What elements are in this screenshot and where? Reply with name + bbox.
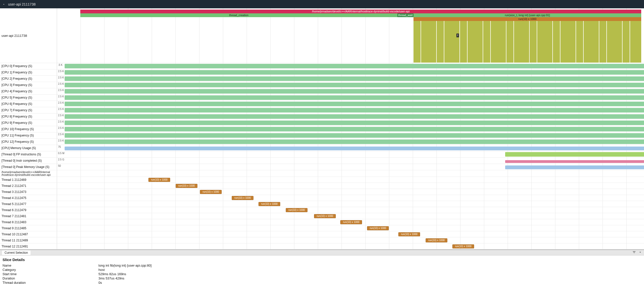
counter-track[interactable]: [CPU 9] Frequency (S)2.5 K [0,120,644,126]
thread-track[interactable]: Thread 2 2112471run(10) x 1000 [0,183,644,189]
thread-timeline[interactable]: run(10) x 1000 [57,219,644,225]
thread-bar[interactable]: run(10) x 1000 [426,238,447,242]
counter-timeline[interactable]: 2.5 K [57,126,644,132]
counter-value: 2.5 K [58,76,64,79]
counter-timeline[interactable]: 75 [57,145,644,151]
counter-timeline[interactable]: 2.5 K [57,69,644,75]
thread-bar[interactable]: run(10) x 1000 [259,202,280,206]
counter-fill [65,114,644,119]
thread-track[interactable]: Thread 1 2112469run(10) x 1000 [0,177,644,183]
details-value: long int fib(long int) [user-api.cpp:80] [98,264,151,267]
path-header-row: /home/jrmadsen/devel/c++/AARInternal /ho… [0,170,644,177]
counter-track[interactable]: [CPU 11] Frequency (S)2.5 K [0,132,644,139]
counter-timeline[interactable]: 2.5 G [57,158,644,164]
counter-track[interactable]: [CPU 4] Frequency (S)2.5 K [0,88,644,95]
flame-thread-creation[interactable]: thread_creation [80,13,397,17]
thread-bar[interactable]: run(10) x 1000 [340,220,362,224]
counter-timeline[interactable]: 2.5 K [57,113,644,120]
counter-timeline[interactable]: 50 [57,164,644,170]
expand-icon[interactable] [638,250,642,255]
thread-bar[interactable]: run(10) x 1000 [176,184,197,188]
thread-track[interactable]: Thread 8 2112483run(10) x 1000 [0,219,644,225]
thread-tracks: Thread 1 2112469run(10) x 1000Thread 2 2… [0,177,644,249]
thread-track[interactable]: Thread 6 2112479run(10) x 1000 [0,207,644,213]
counter-track[interactable]: [CPU 8] Frequency (S)2.5 K [0,113,644,120]
thread-timeline[interactable]: run(10) x 1000 [57,183,644,189]
thread-timeline[interactable]: run(10) x 1000 [57,201,644,207]
counter-track[interactable]: [CPU 5] Frequency (S)2.5 K [0,95,644,101]
counter-timeline[interactable]: 2.5 K [57,120,644,126]
counter-label: [CPU 12] Frequency (S) [0,139,57,145]
thread-timeline[interactable]: run(10) x 1000 [57,225,644,231]
thread-track[interactable]: Thread 11 2112489run(10) x 1000 [0,237,644,243]
thread-track[interactable]: Thread 10 2112487run(10) x 1000 [0,231,644,237]
counter-timeline[interactable]: 0.5 M [57,151,644,157]
thread-track[interactable]: Thread 7 2112481run(10) x 1000 [0,213,644,219]
counter-timeline[interactable]: .5 K [57,63,644,69]
counter-track[interactable]: [CPU 2] Frequency (S)2.5 K [0,76,644,82]
thread-timeline[interactable]: run(10) x 1000 [57,231,644,237]
counter-track[interactable]: [CPU 3] Frequency (S)2.5 K [0,82,644,88]
thread-track[interactable]: Thread 12 2112491run(10) x 1000 [0,243,644,249]
counter-track[interactable]: [CPU 1] Frequency (S)2.5 K [0,69,644,76]
counter-track[interactable]: [Thread 0] FP instructions (S)0.5 M [0,151,644,158]
counter-track[interactable]: [CPU] Memory Usage (S)75 [0,145,644,151]
flame-run-loop[interactable]: run(10) x 1000 [414,17,641,21]
counter-track[interactable]: [Thread 0] Peak Memory Usage (S)50 [0,164,644,170]
counter-track[interactable]: [CPU 6] Frequency (S)2.5 K [0,101,644,107]
counter-fill [65,70,644,75]
counter-track[interactable]: [CPU 7] Frequency (S)2.5 K [0,107,644,113]
flame-root-path[interactable]: /home/jrmadsen/devel/c++/AARInternal/hos… [80,10,641,13]
counter-timeline[interactable]: 2.5 K [57,132,644,138]
thread-track[interactable]: Thread 3 2112473run(10) x 1000 [0,189,644,195]
thread-label: Thread 10 2112487 [0,231,57,237]
thread-bar[interactable]: run(10) x 1000 [148,178,170,182]
current-selection-tab[interactable]: Current Selection [2,250,31,255]
thread-label: Thread 2 2112471 [0,183,57,189]
collapse-icon[interactable] [2,3,6,6]
flame-fib-marker[interactable]: f [456,34,459,37]
counter-track[interactable]: [CPU 0] Frequency (S).5 K [0,63,644,69]
counter-timeline[interactable]: 2.5 K [57,101,644,107]
counter-timeline[interactable]: 2.5 K [57,88,644,94]
thread-bar[interactable]: run(10) x 1000 [367,226,389,230]
filter-icon[interactable] [632,250,636,255]
details-key: Start time [3,272,98,276]
details-value: 0s [98,281,102,284]
flame-run-call[interactable]: run(size_t, long int) [user-api.cpp:91] [414,13,641,17]
thread-timeline[interactable]: run(10) x 1000 [57,207,644,213]
thread-track[interactable]: Thread 5 2112477run(10) x 1000 [0,201,644,207]
counter-timeline[interactable]: 2.5 K [57,82,644,88]
thread-track[interactable]: Thread 4 2112475run(10) x 1000 [0,195,644,201]
flame-fib-block[interactable] [414,21,641,63]
counter-label: [CPU 0] Frequency (S) [0,63,57,69]
thread-timeline[interactable]: run(10) x 1000 [57,237,644,243]
counter-track[interactable]: [Thread 0] Instr completed (S)2.5 G [0,158,644,164]
flame-timeline[interactable]: /home/jrmadsen/devel/c++/AARInternal/hos… [57,8,644,63]
counter-timeline[interactable]: 2.5 K [57,95,644,101]
counter-track[interactable]: [CPU 12] Frequency (S)2.5 K [0,139,644,145]
counter-label: [CPU 9] Frequency (S) [0,120,57,126]
thread-timeline[interactable]: run(10) x 1000 [57,189,644,195]
counter-timeline[interactable]: 2.5 K [57,107,644,113]
thread-timeline[interactable]: run(10) x 1000 [57,213,644,219]
thread-bar[interactable]: run(10) x 1000 [232,196,253,200]
thread-bar[interactable]: run(10) x 1000 [452,244,474,248]
process-track[interactable]: user-api 2111738 /home/jrmadsen/devel/c+… [0,8,644,63]
flame-thread-wait[interactable]: thread_wait [397,13,414,17]
counter-label: [CPU 2] Frequency (S) [0,76,57,82]
counter-track[interactable]: [CPU 10] Frequency (S)2.5 K [0,126,644,132]
thread-bar[interactable]: run(10) x 1000 [200,190,222,194]
thread-track[interactable]: Thread 9 2112485run(10) x 1000 [0,225,644,231]
path-header-label: /home/jrmadsen/devel/c++/AARInternal /ho… [0,170,57,177]
thread-bar[interactable]: run(10) x 1000 [286,208,307,212]
counter-timeline[interactable]: 2.5 K [57,76,644,82]
thread-timeline[interactable]: run(10) x 1000 [57,177,644,183]
thread-timeline[interactable]: run(10) x 1000 [57,243,644,249]
thread-timeline[interactable]: run(10) x 1000 [57,195,644,201]
details-row: Namelong int fib(long int) [user-api.cpp… [3,263,641,268]
counter-value: 2.5 K [58,139,64,142]
thread-bar[interactable]: run(10) x 1000 [398,232,420,236]
counter-timeline[interactable]: 2.5 K [57,139,644,145]
thread-bar[interactable]: run(10) x 1000 [314,214,336,218]
